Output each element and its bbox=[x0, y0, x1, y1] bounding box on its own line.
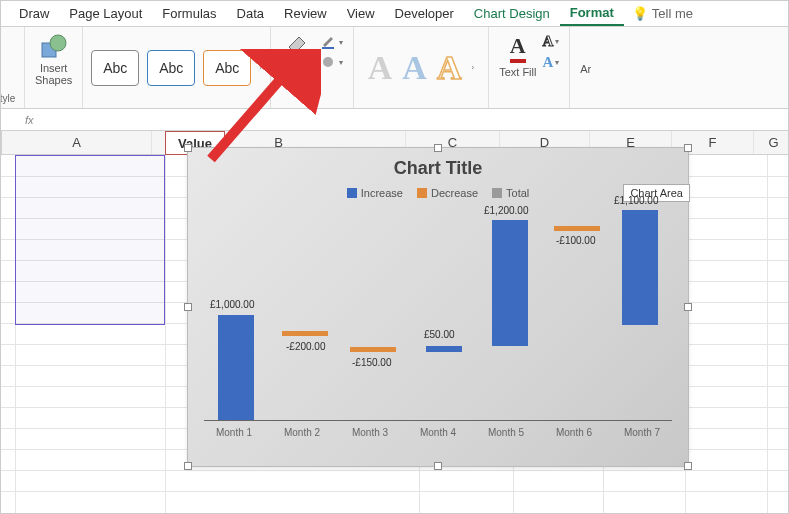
chart-title[interactable]: Chart Title bbox=[188, 158, 688, 179]
cell-selection bbox=[15, 155, 165, 325]
tab-formulas[interactable]: Formulas bbox=[152, 2, 226, 25]
tab-chart-design[interactable]: Chart Design bbox=[464, 2, 560, 25]
chart-plot-area[interactable]: £1,000.00 -£200.00 -£150.00 £50.00 £1,20… bbox=[204, 211, 672, 421]
legend-increase: Increase bbox=[347, 187, 403, 199]
group-insert-shapes: InsertShapes bbox=[25, 27, 83, 108]
grid[interactable]: Value Chart Area Chart Title Increase De… bbox=[1, 155, 788, 514]
text-fill-label: Text Fill bbox=[499, 66, 536, 78]
resize-handle[interactable] bbox=[434, 144, 442, 152]
resize-handle[interactable] bbox=[184, 303, 192, 311]
shape-style-3[interactable]: Abc bbox=[203, 50, 251, 86]
wordart-more-icon[interactable]: › bbox=[471, 63, 474, 72]
shape-style-2[interactable]: Abc bbox=[147, 50, 195, 86]
chart-legend[interactable]: Increase Decrease Total bbox=[188, 187, 688, 199]
bar-month1[interactable] bbox=[218, 315, 254, 420]
shape-outline-button[interactable]: ▾ bbox=[321, 35, 343, 49]
wordart-style-1[interactable]: A bbox=[368, 49, 393, 87]
tab-review[interactable]: Review bbox=[274, 2, 337, 25]
style-label-partial: tyle bbox=[0, 93, 15, 104]
pen-icon bbox=[321, 35, 337, 49]
paint-bucket-icon bbox=[285, 33, 309, 57]
group-shape-styles: Abc Abc Abc › bbox=[83, 27, 271, 108]
shape-fill-button[interactable]: ShapeFill bbox=[281, 33, 313, 82]
svg-point-1 bbox=[50, 35, 66, 51]
effects-icon bbox=[321, 55, 337, 69]
ribbon: tyle InsertShapes Abc Abc Abc › ShapeFil… bbox=[1, 27, 788, 109]
lightbulb-icon: 💡 bbox=[632, 6, 648, 21]
legend-total: Total bbox=[492, 187, 529, 199]
tell-me-search[interactable]: 💡 Tell me bbox=[632, 6, 693, 21]
bar-month3[interactable] bbox=[350, 347, 396, 352]
datalabel: -£200.00 bbox=[286, 341, 325, 352]
shapes-icon bbox=[40, 33, 68, 61]
bar-month4[interactable] bbox=[426, 346, 462, 352]
svg-point-4 bbox=[323, 57, 333, 67]
bar-month7[interactable] bbox=[622, 210, 658, 325]
datalabel: -£150.00 bbox=[352, 357, 391, 368]
bar-month2[interactable] bbox=[282, 331, 328, 336]
xlabel: Month 7 bbox=[612, 427, 672, 438]
col-header-a[interactable]: A bbox=[2, 131, 152, 154]
datalabel: -£100.00 bbox=[556, 235, 595, 246]
resize-handle[interactable] bbox=[434, 462, 442, 470]
tab-format[interactable]: Format bbox=[560, 1, 624, 26]
tab-data[interactable]: Data bbox=[227, 2, 274, 25]
formula-bar[interactable]: fx bbox=[1, 109, 788, 131]
group-wordart-styles: A A A › bbox=[354, 27, 489, 108]
bar-month6[interactable] bbox=[554, 226, 600, 231]
shape-fill-label: ShapeFill bbox=[281, 58, 313, 82]
datalabel: £50.00 bbox=[424, 329, 455, 340]
xlabel: Month 4 bbox=[408, 427, 468, 438]
text-effects-button[interactable]: A▾ bbox=[542, 54, 559, 71]
tell-me-label: Tell me bbox=[652, 6, 693, 21]
group-partial-left: tyle bbox=[1, 27, 25, 108]
group-shape-fill: ShapeFill ▾ ▾ bbox=[271, 27, 354, 108]
datalabel: £1,000.00 bbox=[210, 299, 255, 310]
insert-shapes-button[interactable]: InsertShapes bbox=[35, 33, 72, 86]
xlabel: Month 5 bbox=[476, 427, 536, 438]
shape-styles-more-icon[interactable]: › bbox=[259, 63, 262, 72]
text-fill-a-icon: A bbox=[510, 33, 526, 63]
datalabel: £1,200.00 bbox=[484, 205, 529, 216]
fx-icon[interactable]: fx bbox=[25, 114, 34, 126]
chart-x-axis[interactable]: Month 1 Month 2 Month 3 Month 4 Month 5 … bbox=[204, 427, 672, 438]
tab-developer[interactable]: Developer bbox=[385, 2, 464, 25]
wordart-style-3[interactable]: A bbox=[437, 49, 462, 87]
resize-handle[interactable] bbox=[684, 303, 692, 311]
svg-rect-2 bbox=[289, 55, 307, 57]
wordart-style-2[interactable]: A bbox=[402, 49, 427, 87]
text-outline-button[interactable]: A▾ bbox=[542, 33, 559, 50]
chart-object[interactable]: Chart Area Chart Title Increase Decrease… bbox=[187, 147, 689, 467]
shape-style-1[interactable]: Abc bbox=[91, 50, 139, 86]
ribbon-tabs: Draw Page Layout Formulas Data Review Vi… bbox=[1, 1, 788, 27]
tab-page-layout[interactable]: Page Layout bbox=[59, 2, 152, 25]
resize-handle[interactable] bbox=[684, 144, 692, 152]
shape-effects-button[interactable]: ▾ bbox=[321, 55, 343, 69]
bar-month5[interactable] bbox=[492, 220, 528, 346]
group-partial-right: Ar bbox=[570, 27, 601, 108]
tab-view[interactable]: View bbox=[337, 2, 385, 25]
col-header-g[interactable]: G bbox=[754, 131, 789, 154]
resize-handle[interactable] bbox=[684, 462, 692, 470]
legend-decrease: Decrease bbox=[417, 187, 478, 199]
partial-right-label: Ar bbox=[580, 63, 591, 75]
xlabel: Month 6 bbox=[544, 427, 604, 438]
insert-shapes-label: InsertShapes bbox=[35, 62, 72, 86]
xlabel: Month 2 bbox=[272, 427, 332, 438]
text-fill-button[interactable]: A Text Fill bbox=[499, 33, 536, 78]
resize-handle[interactable] bbox=[184, 144, 192, 152]
xlabel: Month 3 bbox=[340, 427, 400, 438]
worksheet: A B C D E F G Value bbox=[1, 131, 788, 514]
datalabel: £1,100.00 bbox=[614, 195, 659, 206]
resize-handle[interactable] bbox=[184, 462, 192, 470]
xlabel: Month 1 bbox=[204, 427, 264, 438]
tab-draw[interactable]: Draw bbox=[9, 2, 59, 25]
group-text-fill: A Text Fill A▾ A▾ bbox=[489, 27, 570, 108]
svg-rect-3 bbox=[322, 47, 334, 49]
